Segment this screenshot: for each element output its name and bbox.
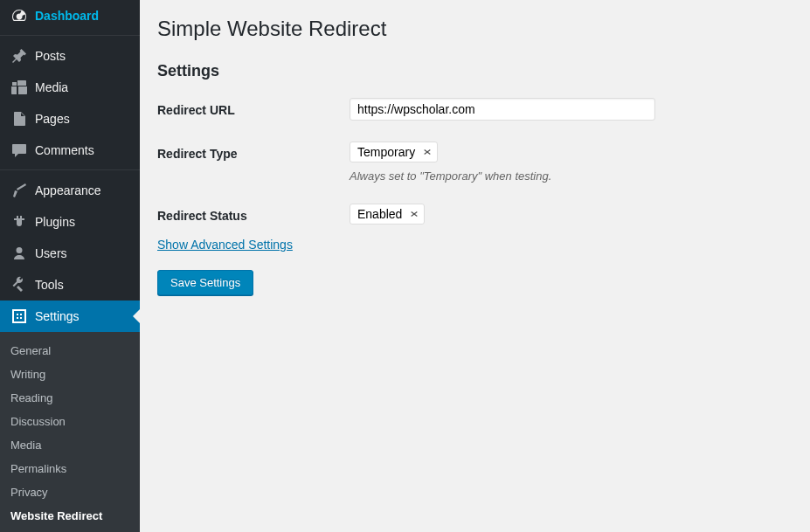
redirect-type-description: Always set to "Temporary" when testing. bbox=[350, 169, 793, 183]
redirect-status-select[interactable]: Enabled bbox=[350, 204, 425, 225]
pin-icon bbox=[10, 47, 28, 65]
form-row-redirect-url: Redirect URL bbox=[157, 98, 793, 121]
submenu-item-general[interactable]: General bbox=[0, 339, 140, 363]
menu-separator bbox=[0, 166, 140, 170]
menu-label: Comments bbox=[35, 143, 94, 157]
sidebar-item-appearance[interactable]: Appearance bbox=[0, 175, 140, 206]
settings-icon bbox=[10, 307, 28, 325]
menu-label: Posts bbox=[35, 49, 66, 63]
submenu-item-media[interactable]: Media bbox=[0, 433, 140, 457]
form-row-redirect-status: Redirect Status Enabled bbox=[157, 204, 793, 225]
menu-label: Plugins bbox=[35, 215, 75, 229]
users-icon bbox=[10, 245, 28, 262]
form-field bbox=[350, 98, 793, 121]
form-row-redirect-type: Redirect Type Temporary Always set to "T… bbox=[157, 142, 793, 183]
menu-label: Media bbox=[35, 80, 68, 94]
submenu-item-privacy[interactable]: Privacy bbox=[0, 480, 140, 504]
sidebar-item-pages[interactable]: Pages bbox=[0, 103, 140, 135]
submenu-item-permalinks[interactable]: Permalinks bbox=[0, 457, 140, 480]
submenu-item-reading[interactable]: Reading bbox=[0, 386, 140, 410]
submenu-item-discussion[interactable]: Discussion bbox=[0, 410, 140, 433]
media-icon bbox=[10, 79, 28, 96]
dashboard-icon bbox=[10, 7, 28, 24]
sidebar-item-plugins[interactable]: Plugins bbox=[0, 206, 140, 238]
settings-form: Redirect URL Redirect Type Temporary Alw… bbox=[157, 98, 793, 295]
redirect-status-label: Redirect Status bbox=[157, 204, 350, 225]
page-title: Simple Website Redirect bbox=[157, 9, 793, 45]
sidebar-item-tools[interactable]: Tools bbox=[0, 269, 140, 301]
section-title: Settings bbox=[157, 62, 793, 80]
menu-label: Settings bbox=[35, 309, 80, 323]
show-advanced-settings-link[interactable]: Show Advanced Settings bbox=[157, 238, 293, 252]
sidebar-item-settings[interactable]: Settings bbox=[0, 301, 140, 332]
submenu-item-writing[interactable]: Writing bbox=[0, 363, 140, 386]
sidebar-item-comments[interactable]: Comments bbox=[0, 135, 140, 166]
redirect-url-label: Redirect URL bbox=[157, 98, 350, 121]
redirect-url-input[interactable] bbox=[350, 98, 655, 121]
comments-icon bbox=[10, 142, 28, 159]
settings-submenu: General Writing Reading Discussion Media… bbox=[0, 332, 140, 532]
appearance-icon bbox=[10, 182, 28, 199]
submenu-item-website-redirect[interactable]: Website Redirect bbox=[0, 504, 140, 528]
sidebar-item-users[interactable]: Users bbox=[0, 238, 140, 269]
menu-separator bbox=[0, 31, 140, 36]
menu-label: Tools bbox=[35, 278, 64, 292]
save-settings-button[interactable]: Save Settings bbox=[157, 270, 253, 295]
sidebar-item-posts[interactable]: Posts bbox=[0, 40, 140, 72]
main-content: Simple Website Redirect Settings Redirec… bbox=[140, 0, 810, 532]
sidebar-item-dashboard[interactable]: Dashboard bbox=[0, 0, 140, 31]
redirect-type-label: Redirect Type bbox=[157, 142, 350, 183]
tools-icon bbox=[10, 276, 28, 294]
form-field: Enabled bbox=[350, 204, 793, 225]
form-field: Temporary Always set to "Temporary" when… bbox=[350, 142, 793, 183]
sidebar-item-media[interactable]: Media bbox=[0, 72, 140, 103]
redirect-type-select[interactable]: Temporary bbox=[350, 142, 438, 162]
pages-icon bbox=[10, 110, 28, 128]
menu-label: Dashboard bbox=[35, 9, 99, 23]
menu-label: Pages bbox=[35, 112, 70, 126]
plugins-icon bbox=[10, 213, 28, 231]
menu-label: Appearance bbox=[35, 183, 101, 197]
admin-sidebar: Dashboard Posts Media Pages Comments App… bbox=[0, 0, 140, 532]
menu-label: Users bbox=[35, 246, 67, 260]
